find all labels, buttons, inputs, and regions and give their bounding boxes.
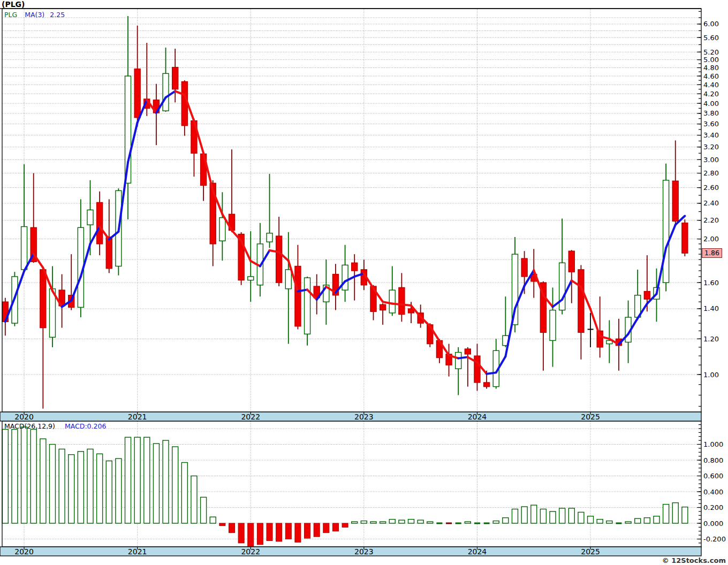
macd-positive-bar bbox=[134, 437, 140, 523]
macd-positive-bar bbox=[427, 522, 433, 523]
macd-axis-label: 0.800 bbox=[703, 456, 723, 464]
ma-line-segment bbox=[505, 309, 515, 356]
price-axis-label: 3.40 bbox=[703, 131, 719, 139]
macd-zero-bar bbox=[456, 523, 461, 524]
macd-zero-bar bbox=[616, 523, 621, 524]
macd-positive-bar bbox=[125, 437, 131, 523]
candle-body bbox=[484, 383, 490, 387]
macd-negative-bar bbox=[267, 523, 272, 540]
macd-positive-bar bbox=[559, 508, 565, 523]
macd-zero-bar bbox=[436, 523, 442, 524]
candle-body bbox=[248, 277, 254, 280]
macd-positive-bar bbox=[625, 522, 631, 523]
price-axis-label: 2.20 bbox=[703, 216, 719, 224]
macd-positive-bar bbox=[465, 522, 471, 523]
price-axis-label: 2.40 bbox=[703, 199, 719, 207]
macd-positive-bar bbox=[97, 454, 103, 523]
macd-positive-bar bbox=[568, 508, 574, 523]
macd-positive-bar bbox=[49, 445, 55, 524]
macd-positive-bar bbox=[418, 520, 423, 523]
candle-body bbox=[578, 270, 584, 332]
macd-positive-bar bbox=[597, 520, 603, 523]
stock-chart-screen: 2020202120222023202420252020202120222023… bbox=[0, 0, 728, 565]
macd-positive-bar bbox=[521, 507, 527, 523]
macd-positive-bar bbox=[588, 516, 594, 523]
price-axis-label: 5.20 bbox=[703, 48, 719, 56]
macd-positive-bar bbox=[40, 439, 46, 523]
candle-body bbox=[134, 69, 140, 118]
macd-positive-bar bbox=[663, 505, 669, 523]
ma-indicator-value: 2.25 bbox=[50, 11, 65, 19]
macd-negative-bar bbox=[229, 523, 234, 533]
price-axis-label: 6.00 bbox=[703, 20, 719, 28]
macd-positive-bar bbox=[578, 512, 584, 523]
price-axis-label: 1.60 bbox=[703, 279, 719, 287]
macd-positive-bar bbox=[210, 517, 216, 523]
year-label: 2023 bbox=[354, 413, 374, 421]
ma-line-segment bbox=[401, 304, 411, 306]
macd-positive-bar bbox=[493, 521, 499, 523]
macd-positive-bar bbox=[654, 516, 659, 523]
price-axis-label: 3.60 bbox=[703, 120, 719, 128]
macd-negative-bar bbox=[276, 523, 282, 541]
macd-positive-bar bbox=[59, 449, 65, 523]
year-label: 2025 bbox=[581, 547, 600, 556]
macd-positive-bar bbox=[2, 429, 8, 523]
candle-body bbox=[40, 270, 46, 328]
macd-negative-bar bbox=[219, 523, 225, 525]
candle-body bbox=[276, 236, 282, 282]
macd-axis-label: 1.000 bbox=[703, 440, 723, 448]
macd-negative-bar bbox=[295, 523, 301, 542]
price-axis-label: 3.00 bbox=[703, 156, 719, 164]
candle-body bbox=[352, 263, 358, 271]
macd-positive-bar bbox=[408, 520, 414, 523]
macd-axis-label: 0.600 bbox=[703, 472, 723, 480]
ma-line-segment bbox=[487, 372, 496, 373]
year-label: 2023 bbox=[354, 547, 374, 556]
macd-positive-bar bbox=[181, 462, 187, 523]
ma-line-segment bbox=[590, 309, 600, 336]
macd-negative-bar bbox=[323, 523, 329, 533]
macd-positive-bar bbox=[540, 509, 546, 523]
macd-positive-bar bbox=[644, 518, 650, 523]
macd-negative-bar bbox=[332, 523, 338, 531]
macd-positive-bar bbox=[106, 461, 112, 523]
year-label: 2021 bbox=[128, 547, 147, 556]
candle-body bbox=[550, 310, 556, 341]
macd-positive-bar bbox=[21, 427, 27, 523]
macd-legend: MACD(26,12,9)MACD:0.206 bbox=[4, 422, 106, 430]
price-axis-label: 3.20 bbox=[703, 143, 719, 151]
price-axis-label: 4.60 bbox=[703, 72, 719, 80]
last-price-badge: 1.86 bbox=[702, 248, 722, 258]
macd-positive-bar bbox=[531, 505, 537, 523]
candle-body bbox=[163, 73, 169, 111]
macd-positive-bar bbox=[69, 455, 74, 523]
year-label: 2024 bbox=[468, 413, 487, 421]
candle-body bbox=[682, 223, 688, 253]
price-axis-label: 4.00 bbox=[703, 100, 719, 108]
price-axis-label: 2.00 bbox=[703, 235, 719, 243]
candle-body bbox=[456, 353, 461, 369]
price-axis-label: 1.20 bbox=[703, 335, 719, 343]
symbol-label: PLG bbox=[4, 11, 17, 19]
ma-line-segment bbox=[392, 304, 402, 305]
candle-body bbox=[465, 349, 471, 354]
macd-positive-bar bbox=[672, 503, 678, 523]
candle-body bbox=[568, 251, 574, 272]
macd-positive-bar bbox=[352, 522, 358, 523]
candle-body bbox=[672, 181, 678, 221]
price-axis-label: 4.40 bbox=[703, 81, 719, 89]
macd-positive-bar bbox=[191, 476, 197, 524]
price-axis-label: 5.00 bbox=[703, 56, 719, 64]
macd-negative-bar bbox=[314, 523, 320, 537]
macd-axis-label: 0.200 bbox=[703, 503, 723, 511]
candle-body bbox=[474, 356, 480, 383]
macd-positive-bar bbox=[12, 429, 18, 523]
macd-zero-bar bbox=[446, 523, 452, 524]
chart-canvas: 2020202120222023202420252020202120222023… bbox=[0, 0, 728, 565]
macd-positive-bar bbox=[550, 511, 556, 523]
macd-positive-bar bbox=[389, 520, 395, 523]
macd-positive-bar bbox=[682, 507, 688, 523]
macd-negative-bar bbox=[257, 523, 263, 545]
macd-positive-bar bbox=[380, 522, 386, 523]
